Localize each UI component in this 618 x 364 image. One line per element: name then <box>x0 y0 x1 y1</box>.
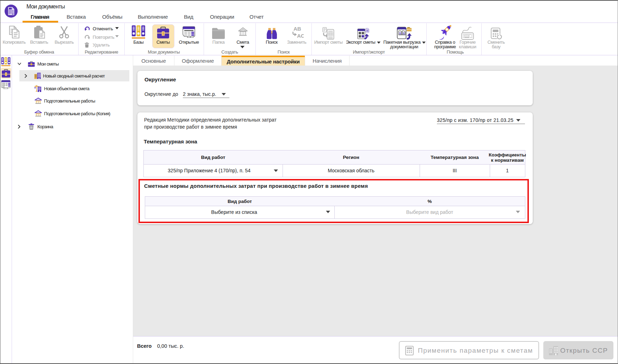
svg-text:AC: AC <box>297 33 304 39</box>
svg-text:AB: AB <box>293 26 301 32</box>
